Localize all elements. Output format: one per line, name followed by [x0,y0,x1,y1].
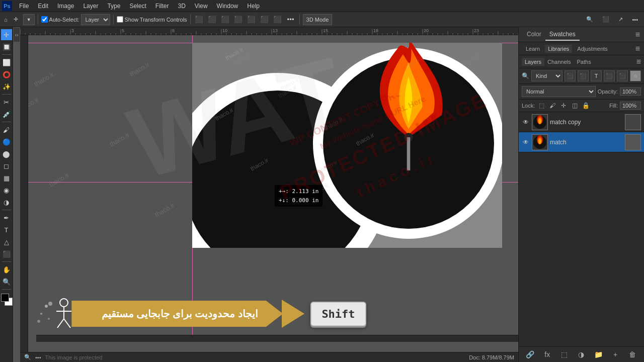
move-tool[interactable]: ✛ [1,29,12,40]
artboard-tool[interactable]: 🔲 [1,41,12,52]
auto-select-checkbox[interactable] [41,16,48,23]
tab-swatches[interactable]: Swatches [545,29,580,41]
layer-item-match-copy[interactable]: 👁 match copy [519,112,644,132]
layer-visibility-match[interactable]: 👁 [522,138,530,146]
lock-all-button[interactable]: 🔒 [581,101,590,110]
mid-panel-menu-icon[interactable]: ≡ [635,44,640,53]
zoom-tool[interactable]: 🔍 [1,276,12,287]
tab-learn[interactable]: Learn [523,45,543,53]
layer-visibility-match-copy[interactable]: 👁 [522,118,530,126]
menu-help[interactable]: Help [243,2,264,11]
filter-smart-button[interactable]: ⬛ [617,70,628,81]
add-mask-button[interactable]: ⬚ [559,349,570,360]
tab-adjustments[interactable]: Adjustments [574,45,611,53]
align-middle-v-button[interactable]: ⬛ [246,14,257,25]
auto-select-dropdown[interactable]: Layer [81,14,110,25]
tab-color[interactable]: Color [523,29,545,41]
clone-tool[interactable]: 🔵 [1,136,12,147]
more-right-button[interactable]: ••• [629,14,641,25]
move-tool-button[interactable]: ✛ [11,14,21,25]
tab-paths[interactable]: Paths [574,58,594,66]
gradient-tool[interactable]: ▦ [1,172,12,184]
menu-3d[interactable]: 3D [174,2,189,11]
canvas-image-area[interactable]: thaco.ir thaco.ir thaco.ir thaco.ir thac… [28,35,518,352]
lock-paint-button[interactable]: 🖌 [548,101,557,110]
align-left-button[interactable]: ⬛ [194,14,205,25]
shape-tool[interactable]: ⬛ [1,248,12,259]
pen-tool[interactable]: ✒ [1,212,12,223]
menu-view[interactable]: View [191,2,212,11]
align-top-button[interactable]: ⬛ [233,14,244,25]
lock-label: Lock: [522,103,535,109]
share-button[interactable]: ↗ [615,14,626,25]
menu-edit[interactable]: Edit [34,2,52,11]
filter-shape-button[interactable]: ⬛ [604,70,615,81]
left-panel-collapse[interactable]: ‹› [13,27,20,42]
eraser-tool[interactable]: ◻ [1,160,12,171]
menu-file[interactable]: File [15,2,33,11]
search-button[interactable]: 🔍 [583,14,596,25]
menu-layer[interactable]: Layer [79,2,102,11]
distribute-h-button[interactable]: ⬛ [272,14,283,25]
marquee-tool[interactable]: ⬜ [1,57,12,68]
blur-tool[interactable]: ◉ [1,185,12,196]
menu-filter[interactable]: Filter [151,2,173,11]
horizontal-scrollbar[interactable] [36,335,518,342]
foreground-color[interactable] [1,294,9,302]
opacity-input[interactable] [620,87,641,96]
fill-input[interactable] [620,102,641,110]
svg-point-13 [539,119,541,124]
new-group-button[interactable]: 📁 [593,349,604,360]
dodge-tool[interactable]: ◑ [1,197,12,208]
tab-libraries[interactable]: Libraries [545,45,572,53]
filter-pixel-button[interactable]: ⬛ [565,70,576,81]
search-icon-bottom[interactable]: 🔍 [24,354,31,360]
canvas-area[interactable]: thaco.ir thaco.ir thaco.ir thaco.ir thac… [20,27,518,362]
3d-mode-button[interactable]: 3D Mode [303,14,333,25]
lasso-tool[interactable]: ⭕ [1,69,12,80]
link-layers-button[interactable]: 🔗 [525,349,536,360]
kind-dropdown[interactable]: Kind [531,70,562,81]
artwork-canvas[interactable] [192,43,502,248]
healing-tool[interactable]: ⬤ [1,148,12,159]
main-layout: ✛ 🔲 ⬜ ⭕ ✨ ✂ 💉 🖌 🔵 ⬤ ◻ ▦ ◉ ◑ ✒ T △ ⬛ ✋ 🔍 … [0,27,644,362]
brush-tool[interactable]: 🖌 [1,124,12,135]
home-button[interactable]: ⌂ [3,14,9,25]
crop-tool[interactable]: ✂ [1,97,12,108]
more-status-icon[interactable]: ••• [35,354,41,360]
more-button[interactable]: ••• [285,14,296,25]
move-tool-dropdown[interactable]: ▼ [23,14,35,25]
menu-type[interactable]: Type [103,2,124,11]
hand-tool[interactable]: ✋ [1,264,12,275]
align-center-h-button[interactable]: ⬛ [207,14,218,25]
eyedropper-tool[interactable]: 💉 [1,109,12,120]
align-bottom-button[interactable]: ⬛ [259,14,270,25]
magic-wand-tool[interactable]: ✨ [1,81,12,92]
lock-artboard-button[interactable]: ◫ [570,101,579,110]
menu-select[interactable]: Select [125,2,150,11]
filter-toggle-button[interactable]: ○ [630,70,641,81]
workspace-button[interactable]: ⬛ [599,14,612,25]
new-layer-button[interactable]: + [610,349,621,360]
transform-controls-checkbox[interactable] [117,16,123,23]
type-tool[interactable]: T [1,224,12,235]
menu-image[interactable]: Image [53,2,78,11]
watermark-4: thaco.ir [108,131,130,148]
lock-transparent-button[interactable]: ⬚ [537,101,546,110]
tab-channels[interactable]: Channels [544,58,574,66]
panel-menu-icon[interactable]: ≡ [635,30,640,39]
tab-layers[interactable]: Layers [522,58,544,66]
layer-item-match[interactable]: 👁 match [519,132,644,152]
color-selector[interactable] [0,294,13,307]
layers-panel-menu-icon[interactable]: ≡ [636,57,641,66]
menu-window[interactable]: Window [213,2,243,11]
new-adjustment-button[interactable]: ◑ [576,349,587,360]
path-tool[interactable]: △ [1,236,12,247]
filter-type-button[interactable]: T [591,70,602,81]
align-right-button[interactable]: ⬛ [220,14,231,25]
blend-mode-dropdown[interactable]: Normal [522,86,596,97]
lock-position-button[interactable]: ✛ [559,101,568,110]
add-style-button[interactable]: fx [542,349,553,360]
filter-adjustment-button[interactable]: ⬛ [578,70,589,81]
delete-layer-button[interactable]: 🗑 [627,349,638,360]
